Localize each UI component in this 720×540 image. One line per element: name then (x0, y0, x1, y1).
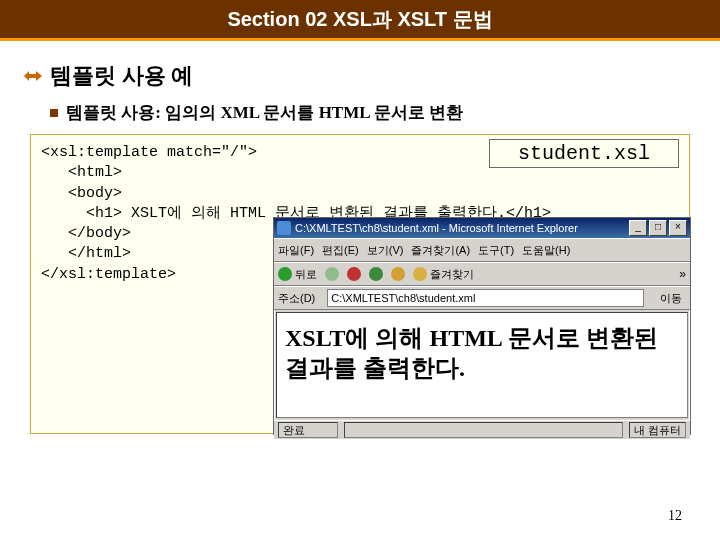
section-title: Section 02 XSL과 XSLT 문법 (227, 6, 492, 33)
browser-viewport: XSLT에 의해 HTML 문서로 변환된 결과를 출력한다. (276, 312, 688, 418)
browser-title-text: C:\XMLTEST\ch8\student.xml - Microsoft I… (295, 222, 627, 234)
code-box: student.xsl <xsl:template match="/"> <ht… (30, 134, 690, 434)
browser-statusbar: 완료 내 컴퓨터 (274, 420, 690, 439)
status-spacer (344, 422, 623, 438)
go-button[interactable]: 이동 (656, 291, 686, 306)
forward-icon[interactable] (325, 267, 339, 281)
menu-help[interactable]: 도움말(H) (522, 243, 570, 258)
slide-content: 템플릿 사용 예 템플릿 사용: 임의의 XML 문서를 HTML 문서로 변환… (0, 41, 720, 434)
menu-favorites[interactable]: 즐겨찾기(A) (411, 243, 470, 258)
menu-edit[interactable]: 편집(E) (322, 243, 359, 258)
page-number: 12 (668, 508, 682, 524)
heading-3-text: 템플릿 사용: 임의의 XML 문서를 HTML 문서로 변환 (66, 101, 463, 124)
address-input[interactable]: C:\XMLTEST\ch8\student.xml (327, 289, 644, 307)
browser-addressbar: 주소(D) C:\XMLTEST\ch8\student.xml 이동 (274, 286, 690, 310)
square-bullet-icon (50, 109, 58, 117)
star-icon (413, 267, 427, 281)
back-label: 뒤로 (295, 267, 317, 282)
chevron-icon[interactable]: » (679, 267, 686, 281)
browser-titlebar: C:\XMLTEST\ch8\student.xml - Microsoft I… (274, 218, 690, 238)
heading-2-text: 템플릿 사용 예 (50, 61, 193, 91)
ie-icon (277, 221, 291, 235)
favorites-button[interactable]: 즐겨찾기 (413, 267, 474, 282)
menu-view[interactable]: 보기(V) (367, 243, 404, 258)
back-button[interactable]: 뒤로 (278, 267, 317, 282)
minimize-button[interactable]: _ (629, 220, 647, 236)
home-icon[interactable] (391, 267, 405, 281)
status-done: 완료 (278, 422, 338, 438)
heading-3-row: 템플릿 사용: 임의의 XML 문서를 HTML 문서로 변환 (50, 101, 696, 124)
filename-box: student.xsl (489, 139, 679, 168)
status-zone: 내 컴퓨터 (629, 422, 686, 438)
close-button[interactable]: × (669, 220, 687, 236)
browser-menubar: 파일(F) 편집(E) 보기(V) 즐겨찾기(A) 도구(T) 도움말(H) (274, 238, 690, 262)
page-heading-h1: XSLT에 의해 HTML 문서로 변환된 결과를 출력한다. (285, 323, 679, 383)
favorites-label: 즐겨찾기 (430, 267, 474, 282)
window-buttons: _ □ × (627, 220, 687, 236)
menu-tools[interactable]: 도구(T) (478, 243, 514, 258)
maximize-button[interactable]: □ (649, 220, 667, 236)
bullet-icon (24, 69, 42, 83)
heading-2-row: 템플릿 사용 예 (24, 61, 696, 91)
svg-marker-0 (24, 71, 42, 81)
browser-window: C:\XMLTEST\ch8\student.xml - Microsoft I… (273, 217, 691, 435)
address-value: C:\XMLTEST\ch8\student.xml (331, 292, 475, 304)
stop-icon[interactable] (347, 267, 361, 281)
section-header-bar: Section 02 XSL과 XSLT 문법 (0, 0, 720, 41)
back-icon (278, 267, 292, 281)
browser-toolbar: 뒤로 즐겨찾기 » (274, 262, 690, 286)
menu-file[interactable]: 파일(F) (278, 243, 314, 258)
address-label: 주소(D) (278, 291, 315, 306)
refresh-icon[interactable] (369, 267, 383, 281)
